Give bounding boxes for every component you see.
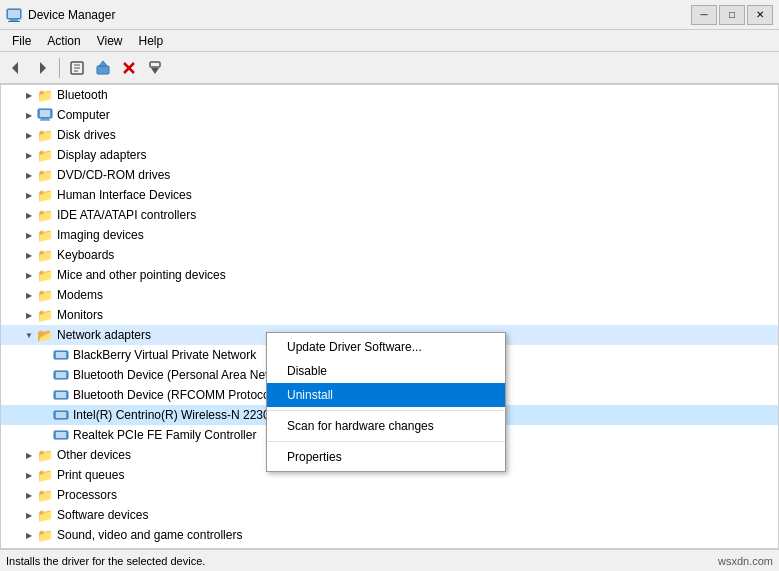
adapter-icon-bluetooth-pan bbox=[53, 367, 69, 383]
menu-file[interactable]: File bbox=[4, 32, 39, 50]
expand-storage[interactable]: ▶ bbox=[21, 547, 37, 549]
svg-marker-11 bbox=[99, 61, 107, 66]
expand-disk-drives[interactable]: ▶ bbox=[21, 127, 37, 143]
label-bluetooth: Bluetooth bbox=[57, 88, 108, 102]
tree-view[interactable]: ▶ 📁 Bluetooth ▶ Computer ▶ 📁 Disk drives… bbox=[0, 84, 779, 549]
folder-icon-dvd-rom: 📁 bbox=[37, 167, 53, 183]
context-menu-update-driver[interactable]: Update Driver Software... bbox=[267, 335, 505, 359]
expand-dvd-rom[interactable]: ▶ bbox=[21, 167, 37, 183]
window-title: Device Manager bbox=[28, 8, 115, 22]
context-menu-disable[interactable]: Disable bbox=[267, 359, 505, 383]
expand-hid[interactable]: ▶ bbox=[21, 187, 37, 203]
label-keyboards: Keyboards bbox=[57, 248, 114, 262]
tree-item-mice[interactable]: ▶ 📁 Mice and other pointing devices bbox=[1, 265, 778, 285]
tree-item-dvd-rom[interactable]: ▶ 📁 DVD/CD-ROM drives bbox=[1, 165, 778, 185]
scan-button[interactable] bbox=[143, 56, 167, 80]
tree-item-sound-video[interactable]: ▶ 📁 Sound, video and game controllers bbox=[1, 525, 778, 545]
context-menu-uninstall[interactable]: Uninstall bbox=[267, 383, 505, 407]
expand-other-devices[interactable]: ▶ bbox=[21, 447, 37, 463]
expand-network-adapters[interactable]: ▼ bbox=[21, 327, 37, 343]
adapter-icon-realtek bbox=[53, 427, 69, 443]
svg-rect-25 bbox=[56, 392, 66, 398]
tree-item-modems[interactable]: ▶ 📁 Modems bbox=[1, 285, 778, 305]
tree-item-processors[interactable]: ▶ 📁 Processors bbox=[1, 485, 778, 505]
folder-icon-network-adapters: 📂 bbox=[37, 327, 53, 343]
expand-bluetooth[interactable]: ▶ bbox=[21, 87, 37, 103]
update-driver-button[interactable] bbox=[91, 56, 115, 80]
tree-item-computer[interactable]: ▶ Computer bbox=[1, 105, 778, 125]
expand-modems[interactable]: ▶ bbox=[21, 287, 37, 303]
forward-button[interactable] bbox=[30, 56, 54, 80]
expand-imaging[interactable]: ▶ bbox=[21, 227, 37, 243]
label-other-devices: Other devices bbox=[57, 448, 131, 462]
svg-rect-19 bbox=[40, 120, 50, 121]
svg-rect-21 bbox=[56, 352, 66, 358]
adapter-icon-intel-wireless bbox=[53, 407, 69, 423]
back-button[interactable] bbox=[4, 56, 28, 80]
tree-item-keyboards[interactable]: ▶ 📁 Keyboards bbox=[1, 245, 778, 265]
menu-action[interactable]: Action bbox=[39, 32, 88, 50]
folder-icon-keyboards: 📁 bbox=[37, 247, 53, 263]
context-menu-scan[interactable]: Scan for hardware changes bbox=[267, 414, 505, 438]
context-menu-separator-2 bbox=[267, 441, 505, 442]
label-blackberry-vpn: BlackBerry Virtual Private Network bbox=[73, 348, 256, 362]
tree-item-monitors[interactable]: ▶ 📁 Monitors bbox=[1, 305, 778, 325]
label-realtek: Realtek PCIe FE Family Controller bbox=[73, 428, 256, 442]
folder-icon-print-queues: 📁 bbox=[37, 467, 53, 483]
title-bar-controls: ─ □ ✕ bbox=[691, 5, 773, 25]
menu-view[interactable]: View bbox=[89, 32, 131, 50]
expand-ide[interactable]: ▶ bbox=[21, 207, 37, 223]
toolbar-sep-1 bbox=[59, 58, 60, 78]
folder-icon-sound-video: 📁 bbox=[37, 527, 53, 543]
app-icon bbox=[6, 7, 22, 23]
main-area: ▶ 📁 Bluetooth ▶ Computer ▶ 📁 Disk drives… bbox=[0, 84, 779, 549]
status-brand: wsxdn.com bbox=[718, 555, 773, 567]
folder-icon-imaging: 📁 bbox=[37, 227, 53, 243]
label-print-queues: Print queues bbox=[57, 468, 124, 482]
minimize-button[interactable]: ─ bbox=[691, 5, 717, 25]
folder-icon-mice: 📁 bbox=[37, 267, 53, 283]
tree-item-display-adapters[interactable]: ▶ 📁 Display adapters bbox=[1, 145, 778, 165]
tree-item-hid[interactable]: ▶ 📁 Human Interface Devices bbox=[1, 185, 778, 205]
expand-mice[interactable]: ▶ bbox=[21, 267, 37, 283]
close-button[interactable]: ✕ bbox=[747, 5, 773, 25]
label-computer: Computer bbox=[57, 108, 110, 122]
expand-processors[interactable]: ▶ bbox=[21, 487, 37, 503]
label-imaging: Imaging devices bbox=[57, 228, 144, 242]
context-menu-properties[interactable]: Properties bbox=[267, 445, 505, 469]
expand-keyboards[interactable]: ▶ bbox=[21, 247, 37, 263]
label-mice: Mice and other pointing devices bbox=[57, 268, 226, 282]
properties-button[interactable] bbox=[65, 56, 89, 80]
svg-rect-18 bbox=[41, 118, 49, 120]
svg-rect-10 bbox=[97, 66, 109, 74]
maximize-button[interactable]: □ bbox=[719, 5, 745, 25]
expand-display-adapters[interactable]: ▶ bbox=[21, 147, 37, 163]
svg-rect-3 bbox=[8, 10, 20, 18]
expand-bluetooth-pan bbox=[37, 367, 53, 383]
svg-marker-5 bbox=[40, 62, 46, 74]
expand-sound-video[interactable]: ▶ bbox=[21, 527, 37, 543]
tree-item-bluetooth[interactable]: ▶ 📁 Bluetooth bbox=[1, 85, 778, 105]
tree-item-disk-drives[interactable]: ▶ 📁 Disk drives bbox=[1, 125, 778, 145]
tree-item-ide[interactable]: ▶ 📁 IDE ATA/ATAPI controllers bbox=[1, 205, 778, 225]
tree-item-software-devices[interactable]: ▶ 📁 Software devices bbox=[1, 505, 778, 525]
expand-software-devices[interactable]: ▶ bbox=[21, 507, 37, 523]
expand-print-queues[interactable]: ▶ bbox=[21, 467, 37, 483]
tree-item-storage[interactable]: ▶ 📁 Storage controllers bbox=[1, 545, 778, 549]
folder-icon-processors: 📁 bbox=[37, 487, 53, 503]
expand-computer[interactable]: ▶ bbox=[21, 107, 37, 123]
menu-bar: File Action View Help bbox=[0, 30, 779, 52]
label-monitors: Monitors bbox=[57, 308, 103, 322]
title-bar: Device Manager ─ □ ✕ bbox=[0, 0, 779, 30]
svg-rect-1 bbox=[10, 19, 18, 21]
svg-marker-4 bbox=[12, 62, 18, 74]
expand-monitors[interactable]: ▶ bbox=[21, 307, 37, 323]
uninstall-button[interactable] bbox=[117, 56, 141, 80]
toolbar bbox=[0, 52, 779, 84]
status-text: Installs the driver for the selected dev… bbox=[6, 555, 205, 567]
tree-item-imaging[interactable]: ▶ 📁 Imaging devices bbox=[1, 225, 778, 245]
label-storage: Storage controllers bbox=[57, 548, 158, 549]
adapter-icon-bluetooth-rfcomm bbox=[53, 387, 69, 403]
menu-help[interactable]: Help bbox=[131, 32, 172, 50]
svg-rect-23 bbox=[56, 372, 66, 378]
